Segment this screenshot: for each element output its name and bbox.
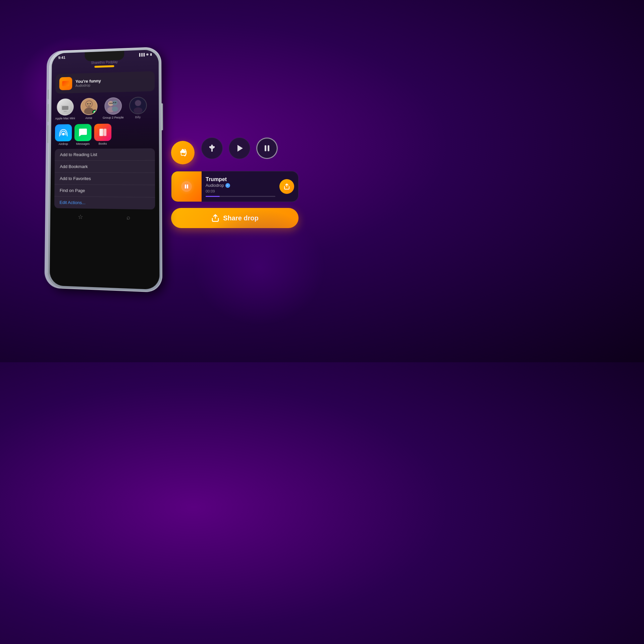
context-edit-actions[interactable]: Edit Actions... [54, 197, 155, 210]
contact-avatar-anne [80, 98, 97, 115]
phone-side-button-vol-up [47, 104, 49, 122]
share-circle-button[interactable] [171, 141, 195, 164]
app-icon-messages [74, 124, 92, 141]
track-subtitle: Audiodrop [75, 83, 101, 88]
contacts-row: Apple Mac Mini [51, 94, 159, 123]
status-time: 9:41 [58, 56, 65, 60]
airdrop-icon [58, 128, 68, 138]
play-icon [235, 144, 244, 153]
verified-badge: ✓ [225, 183, 230, 188]
share-circle-icon [177, 147, 188, 158]
svg-rect-1 [62, 106, 68, 110]
phone-screen: 9:41 ▐▐▐ ⊛ ▮ Sharethis Podplay [50, 49, 160, 289]
contact-avatar-macmini [57, 98, 74, 116]
contact-anne[interactable]: Anne [80, 98, 97, 120]
track-icon-shape [62, 81, 69, 86]
contact-name-macmini: Apple Mac Mini [55, 117, 75, 120]
battery-icon: ▮ [150, 53, 152, 56]
phone-screen-area: 9:41 ▐▐▐ ⊛ ▮ Sharethis Podplay [50, 49, 160, 289]
svg-rect-26 [268, 145, 269, 151]
share-drop-button[interactable]: Share drop [171, 208, 299, 228]
apps-row: Airdrop Messages [51, 121, 159, 147]
phone-side-button-power [162, 103, 163, 130]
album-pause-icon [184, 184, 189, 189]
album-pause-overlay [181, 181, 192, 192]
phone-notch [85, 51, 124, 61]
np-share-icon [283, 183, 290, 190]
svg-rect-22 [104, 128, 106, 136]
search-icon[interactable]: ⌕ [126, 214, 130, 222]
app-icon-books [94, 123, 112, 141]
context-reading-list[interactable]: Add to Reading List [55, 148, 155, 161]
svg-rect-27 [185, 184, 186, 189]
controls-row [201, 138, 278, 159]
macmini-icon [59, 100, 72, 114]
contact-avatar-billy [129, 97, 147, 114]
billy-avatar-icon [130, 97, 146, 114]
app-icon-airdrop [55, 124, 72, 141]
track-info: You're funny Audiodrop [75, 78, 101, 88]
np-progress-bar [206, 196, 275, 197]
pause-icon [262, 144, 272, 153]
app-messages[interactable]: Messages [74, 124, 92, 146]
app-airdrop[interactable]: Airdrop [55, 124, 72, 146]
status-icons: ▐▐▐ ⊛ ▮ [138, 53, 152, 56]
svg-rect-2 [63, 111, 67, 112]
contact-name-anne: Anne [85, 116, 92, 120]
app-label-airdrop: Airdrop [59, 142, 68, 146]
contact-name-billy: Billy [135, 115, 141, 119]
track-icon [59, 77, 72, 90]
wifi-icon: ⊛ [146, 53, 149, 56]
app-label-books: Books [99, 142, 107, 145]
contact-macmini[interactable]: Apple Mac Mini [55, 98, 75, 120]
scene: 9:41 ▐▐▐ ⊛ ▮ Sharethis Podplay [30, 30, 332, 332]
share-drop-label: Share drop [223, 214, 259, 222]
pin-icon [207, 144, 217, 153]
phone-side-button-mute [48, 90, 49, 99]
np-share-button[interactable] [279, 179, 294, 194]
svg-marker-24 [237, 145, 243, 152]
contact-group[interactable]: Group 2 People [103, 97, 124, 120]
header-accent-bar [95, 65, 114, 68]
contact-billy[interactable]: Billy [129, 97, 147, 119]
bottom-toolbar: ☆ ⌕ [50, 210, 159, 225]
svg-point-20 [62, 133, 65, 136]
context-favorites[interactable]: Add to Favorites [55, 173, 155, 185]
contact-avatar-group [105, 97, 122, 115]
svg-rect-25 [265, 145, 266, 151]
app-label-messages: Messages [76, 142, 90, 145]
messages-icon [78, 127, 88, 138]
np-progress-fill [206, 196, 220, 197]
anne-messages-badge [92, 110, 98, 115]
context-find-page[interactable]: Find on Page [54, 184, 155, 197]
album-art [171, 171, 202, 202]
context-bookmark[interactable]: Add Bookmark [55, 160, 155, 173]
now-playing-info: Trumpet Audiodrop ✓ 00:09 [202, 172, 279, 202]
svg-rect-28 [187, 184, 188, 189]
floating-elements: Trumpet Audiodrop ✓ 00:09 [138, 50, 312, 285]
phone: 9:41 ▐▐▐ ⊛ ▮ Sharethis Podplay [47, 47, 162, 292]
pause-button[interactable] [256, 138, 278, 159]
np-artist: Audiodrop [206, 183, 224, 188]
np-title: Trumpet [206, 176, 275, 182]
track-title: You're funny [75, 78, 101, 84]
np-subtitle: Audiodrop ✓ [206, 183, 275, 188]
now-playing-card: Trumpet Audiodrop ✓ 00:09 [171, 171, 299, 202]
signal-icon: ▐▐▐ [138, 53, 145, 57]
svg-point-16 [112, 107, 118, 112]
contact-name-group: Group 2 People [103, 116, 124, 120]
play-button[interactable] [229, 138, 250, 159]
track-card[interactable]: You're funny Audiodrop [55, 71, 155, 94]
books-icon [98, 127, 108, 137]
group-avatar-icon [105, 97, 121, 115]
app-books[interactable]: Books [94, 123, 112, 145]
phone-side-button-vol-down [47, 125, 49, 143]
np-time: 00:09 [206, 189, 275, 193]
pin-button[interactable] [201, 138, 223, 159]
context-menu: Add to Reading List Add Bookmark Add to … [54, 148, 155, 209]
share-drop-icon [211, 214, 220, 222]
star-icon[interactable]: ☆ [78, 213, 83, 220]
